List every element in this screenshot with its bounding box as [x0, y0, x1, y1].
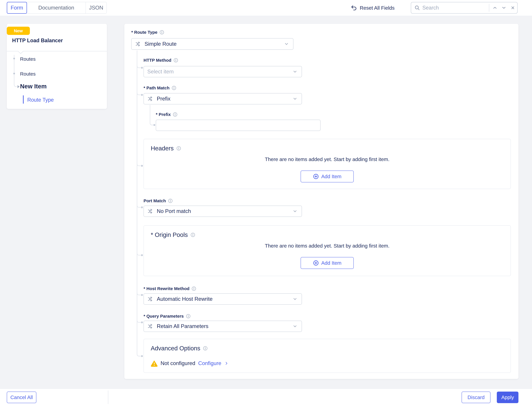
sidebar-item-routes-1[interactable]: Routes [20, 56, 36, 62]
origin-pools-title-text: * Origin Pools [151, 232, 188, 238]
sidebar-item-new-item[interactable]: New Item [20, 83, 47, 90]
prefix-input[interactable] [160, 122, 317, 128]
info-icon[interactable] [176, 146, 181, 151]
host-rewrite-label-text: * Host Rewrite Method [144, 286, 189, 291]
chevron-down-icon [292, 69, 298, 74]
tab-json[interactable]: JSON [86, 2, 107, 14]
chevron-down-icon [292, 96, 298, 102]
info-icon[interactable] [192, 286, 196, 291]
info-icon[interactable] [171, 86, 177, 90]
status-badge-new: New [7, 27, 30, 35]
prefix-input-wrap [156, 120, 320, 131]
selected-item-bar [23, 95, 24, 104]
http-method-select[interactable]: Select item [144, 66, 302, 77]
route-type-label-text: * Route Type [131, 30, 157, 35]
headers-empty-text: There are no items added yet. Start by a… [144, 156, 510, 162]
headers-section: Headers There are no items added yet. St… [144, 139, 511, 189]
path-match-label: * Path Match [144, 86, 177, 90]
advanced-status-text: Not configured [161, 360, 195, 366]
port-match-value: No Port match [157, 208, 191, 214]
host-rewrite-value: Automatic Host Rewrite [157, 296, 213, 302]
advanced-options-title: Advanced Options [151, 345, 208, 352]
advanced-options-title-text: Advanced Options [151, 345, 200, 352]
query-parameters-value: Retain All Parameters [157, 323, 208, 329]
info-icon[interactable] [203, 346, 208, 351]
branch-icon [147, 296, 154, 302]
origin-pools-section: * Origin Pools There are no items added … [144, 225, 511, 276]
route-type-label: * Route Type [131, 30, 164, 35]
configure-link[interactable]: Configure [198, 360, 221, 366]
origin-pools-add-item-label: Add Item [321, 260, 341, 266]
chevron-down-icon [292, 296, 298, 302]
undo-arrow-icon [351, 5, 357, 11]
sidebar-tree-connectors [7, 24, 107, 109]
search-box [411, 2, 517, 14]
discard-button[interactable]: Discard [462, 392, 490, 403]
prefix-label-text: * Prefix [156, 112, 171, 117]
chevron-down-icon [292, 323, 298, 329]
footer-divider [108, 391, 108, 404]
search-input[interactable] [422, 5, 489, 11]
plus-circle-icon [313, 174, 319, 180]
headers-add-item-button[interactable]: Add Item [301, 171, 354, 182]
info-icon[interactable] [168, 198, 173, 203]
advanced-options-section: Advanced Options Not configured Configur… [144, 339, 511, 373]
host-rewrite-label: * Host Rewrite Method [144, 286, 196, 291]
topbar: Form Documentation JSON Reset All Fields [0, 0, 532, 16]
footer-bar: Cancel All Discard Apply [0, 388, 532, 406]
tab-form[interactable]: Form [7, 2, 27, 14]
path-match-label-text: * Path Match [144, 86, 170, 90]
query-parameters-label-text: * Query Parameters [144, 314, 184, 319]
search-clear-button[interactable] [508, 2, 517, 13]
view-tabs: Form Documentation JSON [7, 2, 107, 14]
tab-documentation[interactable]: Documentation [27, 2, 86, 14]
route-type-select[interactable]: Simple Route [131, 38, 293, 50]
headers-add-item-label: Add Item [321, 174, 341, 179]
object-tree-sidebar: New HTTP Load Balancer Routes Routes New… [7, 24, 107, 109]
route-type-value: Simple Route [145, 41, 177, 47]
origin-pools-add-item-button[interactable]: Add Item [301, 257, 354, 269]
info-icon[interactable] [190, 232, 195, 237]
info-icon[interactable] [173, 58, 178, 63]
magnifier-icon [414, 5, 420, 11]
path-match-select[interactable]: Prefix [144, 93, 302, 104]
info-icon[interactable] [159, 30, 164, 35]
port-match-select[interactable]: No Port match [144, 206, 302, 217]
query-parameters-select[interactable]: Retain All Parameters [144, 321, 302, 332]
plus-circle-icon [313, 260, 319, 266]
apply-button[interactable]: Apply [497, 392, 518, 403]
search-divider [489, 4, 489, 12]
info-icon[interactable] [186, 314, 191, 319]
port-match-label-text: Port Match [144, 198, 166, 203]
origin-pools-title: * Origin Pools [151, 232, 195, 238]
headers-title: Headers [151, 145, 181, 152]
origin-pools-empty-text: There are no items added yet. Start by a… [144, 243, 510, 249]
headers-title-text: Headers [151, 145, 174, 152]
close-icon [510, 5, 515, 10]
host-rewrite-select[interactable]: Automatic Host Rewrite [144, 293, 302, 305]
path-match-value: Prefix [157, 96, 170, 102]
info-icon[interactable] [173, 112, 177, 117]
port-match-label: Port Match [144, 198, 173, 203]
branch-icon [147, 96, 154, 102]
branch-icon [147, 208, 154, 214]
sidebar-item-route-type[interactable]: Route Type [27, 97, 54, 103]
chevron-up-icon [492, 5, 497, 10]
chevron-right-icon [224, 361, 229, 366]
chevron-down-icon [284, 41, 289, 47]
query-parameters-label: * Query Parameters [144, 314, 191, 319]
chevron-down-icon [292, 208, 298, 214]
prefix-label: * Prefix [156, 112, 177, 117]
route-form-card: * Route Type Simple Route HTTP Method Se… [124, 24, 518, 379]
sidebar-item-routes-2[interactable]: Routes [20, 71, 36, 77]
reset-all-fields-button[interactable]: Reset All Fields [351, 0, 395, 16]
cancel-all-button[interactable]: Cancel All [7, 392, 36, 403]
search-next-button[interactable] [499, 2, 508, 13]
advanced-options-status-row: Not configured Configure [151, 360, 229, 367]
warning-triangle-icon [151, 360, 158, 367]
search-prev-button[interactable] [490, 2, 499, 13]
page: Form Documentation JSON Reset All Fields [0, 0, 532, 406]
http-method-label-text: HTTP Method [144, 58, 171, 63]
reset-all-fields-label: Reset All Fields [360, 5, 395, 11]
branch-icon [147, 323, 154, 329]
